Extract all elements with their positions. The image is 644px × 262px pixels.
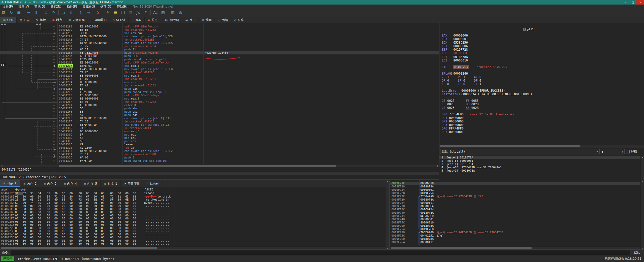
menu-item[interactable]: 文件(F) (0, 5, 16, 8)
command-input[interactable] (11, 250, 630, 255)
argument-row[interactable]: 1: [esp+4] 0018078A (439, 156, 640, 159)
tab-脚本[interactable]: ≣脚本 (129, 17, 145, 23)
unlock-checkbox[interactable]: 解锁 (626, 149, 637, 154)
calling-convention-select[interactable]: 默认 (stdcall) ▼ (440, 149, 598, 154)
stack-row[interactable]: 0019F748│00000001 (390, 218, 641, 221)
stack-pane[interactable]: 0019F71C800060100019F7200018078A0019F724… (390, 180, 644, 250)
stack-row[interactable]: 0019F750│0018078A (390, 224, 641, 227)
argument-row[interactable]: 4: [esp+10] 770047AB user32.770047AB (439, 166, 640, 169)
args-vscrollbar[interactable]: ▲ (640, 156, 644, 180)
scroll-up-arrow[interactable]: ▲ (641, 180, 644, 183)
register-row[interactable]: EBX00000001 (442, 37, 532, 41)
register-row[interactable]: EDI80006010 (442, 59, 532, 62)
stop-button[interactable]: ■ (15, 9, 23, 16)
tab-笔记[interactable]: ✎笔记 (33, 17, 49, 23)
stack-row[interactable]: 0019F73C│001C0924 (390, 208, 641, 211)
stack-row[interactable]: 0019F738│000003EA (390, 205, 641, 208)
arg-count-up-button[interactable]: ▲ (620, 149, 625, 154)
menu-item[interactable]: 选项(O) (98, 5, 114, 8)
patch-button[interactable]: ✎ (104, 9, 112, 16)
debug-register-row[interactable]: DR7 00000001 (442, 130, 532, 134)
tab-日志[interactable]: ▤日志 (17, 17, 33, 23)
argument-row[interactable]: 3: [esp+C] 0019F754 (439, 162, 640, 166)
debug-register-row[interactable]: DR3 00000000 (442, 123, 532, 127)
tab-线程[interactable]: ⇉线程 (199, 17, 215, 23)
debug-register-row[interactable]: DR0 77054EB0<user32.GetDlgItemTextA> (442, 113, 532, 116)
dump-vscrollbar[interactable]: ▲ ▼ (386, 180, 389, 250)
stack-row[interactable]: 0019F744│DCBAABCD (390, 214, 641, 218)
register-row[interactable]: ESI0018078A (442, 55, 532, 59)
register-row[interactable]: ESP0019F71C (442, 51, 532, 55)
stack-row[interactable]: 0019F754└0019F7E8 (390, 227, 641, 231)
comments-button[interactable]: ☰ (112, 9, 119, 16)
command-mode-select[interactable]: 默认 (634, 250, 644, 255)
execute-till-return-button[interactable]: ↥ (77, 9, 85, 16)
run-button[interactable]: ➔ (25, 9, 32, 16)
argument-row[interactable]: 2: [esp+8] 00000001 (439, 159, 640, 162)
stack-row[interactable]: 0019F758┌76FE620D返回到 user32.76FE620D 自 u… (390, 231, 641, 234)
register-row[interactable]: LastStatusC0000034 (STATUS_OBJECT_NAME_N… (442, 92, 532, 96)
open-file-button[interactable]: ▨ (0, 9, 8, 16)
maximize-button[interactable]: □ (629, 0, 636, 5)
arg-count-input[interactable]: 5 (599, 149, 622, 154)
menu-item[interactable]: 帮助(H) (114, 5, 130, 8)
close-button[interactable]: ✕ (636, 0, 644, 5)
tab-SEH链[interactable]: §SEH链 (110, 17, 129, 23)
step-into-button[interactable]: ↧ (42, 9, 50, 16)
tab-引用[interactable]: ◎引用 (182, 17, 199, 23)
arg-count-down-button[interactable]: ▼ (595, 149, 599, 154)
stack-row[interactable]: 0019F72400000001 (390, 188, 641, 191)
memory-button[interactable]: ▥ (169, 9, 177, 16)
menu-item[interactable]: 跟踪(N) (48, 5, 64, 8)
register-row[interactable]: EFLAGS00000246 (442, 72, 532, 75)
tab-符号[interactable]: ◉符号 (145, 17, 161, 23)
scroll-up-arrow[interactable]: ▲ (386, 180, 389, 183)
stack-row[interactable]: 0019F72C┌770047AB返回到 user32.770047AB 自 ?… (390, 195, 641, 198)
stack-row[interactable]: 0019F764│00000111 (390, 241, 641, 244)
tab-内存布局[interactable]: ▦内存布局 (65, 17, 88, 23)
stack-vscrollbar[interactable]: ▲ ▼ (640, 180, 644, 250)
stack-row[interactable]: 0019F7200018078A (390, 185, 641, 188)
menu-item[interactable]: 插件(P) (64, 5, 80, 8)
registers-pane[interactable]: 显示FPU EAX00000006EBX00000001ECX6538C256E… (439, 23, 644, 145)
tab-调用堆栈[interactable]: ❏调用堆栈 (88, 17, 110, 23)
calculator-button[interactable]: ▦ (159, 9, 167, 16)
debug-register-row[interactable]: DR1 00000000 (442, 116, 532, 120)
argument-row[interactable]: 5: [esp+14] 0018078A (439, 169, 640, 172)
menu-item[interactable]: 调试(D) (32, 5, 48, 8)
register-row[interactable]: ECX6538C256 (442, 41, 532, 44)
disassembly-pane[interactable]: ●00401298E8 67010000call <JMP.&SetFocus>… (0, 23, 439, 167)
step-out-button[interactable]: ⇓ (67, 9, 75, 16)
stack-row[interactable]: 0019F74C│80006010 (390, 221, 641, 224)
patches-button[interactable]: ⧉ (127, 9, 134, 16)
register-row-eip[interactable]: EIP004012C7crackme2.004012C7 (442, 65, 532, 69)
debug-register-row[interactable]: DR6 FFFF4FF0 (442, 127, 532, 130)
stack-row[interactable]: 0019F75C│00401251L"è" (390, 234, 641, 237)
menu-item[interactable]: 收藏夹(I) (80, 5, 98, 8)
scroll-right-arrow[interactable]: ▶ (436, 165, 439, 167)
strings-button[interactable]: Az (152, 9, 159, 16)
scroll-up-arrow[interactable]: ▲ (641, 156, 644, 158)
tab-CPU[interactable]: ▣CPU (0, 17, 17, 23)
run-to-user-code-button[interactable]: ⇥ (85, 9, 92, 16)
restart-button[interactable]: ↻ (8, 9, 15, 16)
trace-button[interactable]: S (94, 9, 102, 16)
register-row[interactable]: EAX00000006 (442, 34, 532, 37)
tab-源代码[interactable]: <>源代码 (161, 17, 182, 23)
stack-row[interactable]: 0019F740│0018078A (390, 211, 641, 214)
graph-button[interactable]: ❏ (119, 9, 127, 16)
stack-row[interactable]: 0019F71C80006010 (390, 182, 641, 185)
functions-button[interactable]: ƒx (134, 9, 142, 16)
debug-register-row[interactable]: DR2 00000000 (442, 120, 532, 123)
scroll-left-arrow[interactable]: ◀ (0, 165, 3, 167)
register-row[interactable]: EDX00000006 (442, 44, 532, 48)
stack-row[interactable]: 0019F730│0018078A (390, 198, 641, 201)
register-row[interactable]: EBP0019F728 (442, 48, 532, 51)
hash-button[interactable]: # (142, 9, 149, 16)
minimize-button[interactable]: – (621, 0, 629, 5)
internet-button[interactable]: ◍ (177, 9, 184, 16)
tab-跟踪[interactable]: ∴跟踪 (231, 17, 247, 23)
pause-button[interactable]: Ⅱ (32, 9, 40, 16)
stack-row[interactable]: 0019F7280019F754 (390, 191, 641, 195)
stack-row[interactable]: 0019F734│00000111 (390, 201, 641, 205)
